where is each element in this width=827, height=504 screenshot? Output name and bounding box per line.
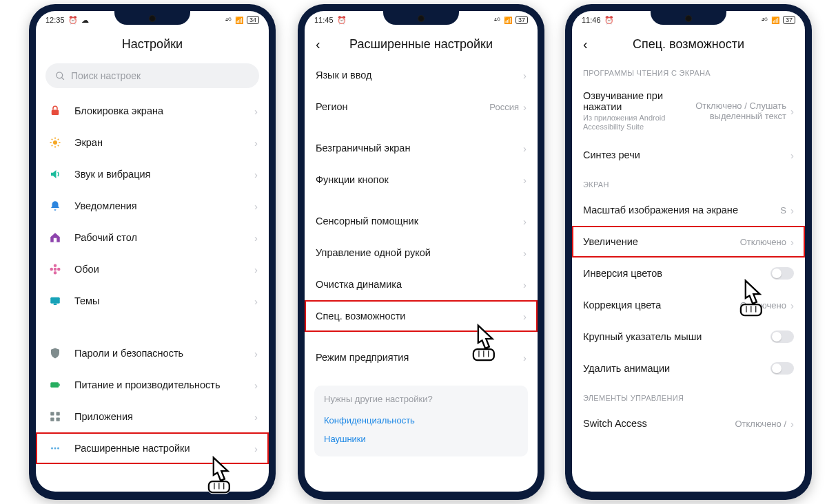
section-header: ПРОГРАММЫ ЧТЕНИЯ С ЭКРАНА [572, 59, 805, 83]
settings-row-apps[interactable]: Приложения› [36, 401, 269, 432]
chevron-right-icon: › [254, 443, 258, 454]
notch [114, 11, 190, 25]
status-time: 11:45 [314, 16, 334, 24]
list-item[interactable]: Удалить анимации [572, 353, 805, 384]
settings-row-sun[interactable]: Экран› [36, 127, 269, 158]
chevron-right-icon: › [254, 137, 258, 149]
row-label: Уведомления [74, 200, 254, 211]
search-input[interactable]: Поиск настроек [45, 63, 259, 88]
chevron-right-icon: › [523, 311, 527, 322]
link-headphones[interactable]: Наушники [324, 430, 518, 448]
row-label: Рабочий стол [74, 232, 254, 243]
battery-indicator: 37 [515, 16, 528, 24]
network-icon: 📶 [771, 17, 779, 24]
list-item[interactable]: Switch AccessОтключено /› [572, 408, 805, 439]
list-item[interactable]: Управление одной рукой› [305, 237, 538, 269]
settings-row-battery[interactable]: Питание и производительность› [36, 369, 269, 401]
svg-rect-2 [54, 238, 57, 242]
settings-row-theme[interactable]: Темы› [36, 285, 269, 317]
screen-3: 11:46 ⏰ ⁴ᴳ 📶 37 ‹ Спец. возможности ПРОГ… [572, 11, 805, 492]
settings-row-lock[interactable]: Блокировка экрана› [36, 95, 269, 127]
row-label: Темы [74, 295, 254, 306]
row-value: Отключено / [735, 419, 786, 429]
bell-icon [47, 200, 63, 212]
signal-icon: ⁴ᴳ [762, 17, 768, 24]
toggle-switch[interactable] [770, 330, 794, 343]
chevron-right-icon: › [523, 279, 527, 291]
row-label: Сенсорный помощник [316, 216, 523, 227]
chevron-right-icon: › [523, 216, 527, 227]
shield-icon [47, 347, 63, 359]
theme-icon [47, 295, 63, 307]
row-label: Масштаб изображения на экране [583, 204, 780, 216]
list-item-cut[interactable]: Язык и ввод › [305, 59, 538, 91]
settings-row-flower[interactable]: Обои› [36, 253, 269, 285]
list-item[interactable]: Озвучивание при нажатииИз приложения And… [572, 83, 805, 139]
row-label: Обои [74, 264, 254, 275]
row-value: Отключено [740, 237, 786, 247]
row-label: Звук и вибрация [74, 169, 254, 180]
list-item[interactable]: Безграничный экран› [305, 132, 538, 164]
page-title: Настройки [36, 29, 269, 59]
row-label: Экран [74, 137, 254, 148]
list-item[interactable]: Сенсорный помощник› [305, 205, 538, 237]
settings-row-bell[interactable]: Уведомления› [36, 190, 269, 222]
page-title: ‹ Расширенные настройки [305, 29, 538, 59]
chevron-right-icon: › [254, 232, 258, 244]
list-item[interactable]: РегионРоссия› [305, 91, 538, 123]
chevron-right-icon: › [254, 295, 258, 307]
back-button[interactable]: ‹ [580, 34, 591, 55]
list-item[interactable]: УвеличениеОтключено› [572, 226, 805, 258]
chevron-right-icon: › [790, 204, 794, 216]
footer-prompt: Нужны другие настройки? [324, 394, 518, 404]
list-item[interactable]: Очистка динамика› [305, 269, 538, 300]
settings-row-sound[interactable]: Звук и вибрация› [36, 158, 269, 190]
screen-1: 12:35 ⏰ ☁ ⁴ᴳ 📶 34 Настройки Поиск настро… [36, 11, 269, 492]
list-item[interactable]: Масштаб изображения на экранеS› [572, 194, 805, 226]
row-label: Блокировка экрана [74, 105, 254, 116]
row-label: Спец. возможности [316, 311, 523, 322]
row-label: Озвучивание при нажатии [583, 90, 690, 112]
toggle-switch[interactable] [770, 267, 794, 280]
link-privacy[interactable]: Конфиденциальность [324, 411, 518, 430]
status-time: 12:35 [45, 16, 65, 24]
row-value: Отключено [740, 300, 786, 311]
chevron-right-icon: › [523, 352, 527, 364]
svg-point-3 [54, 268, 57, 271]
svg-rect-14 [50, 418, 54, 421]
svg-point-5 [54, 271, 57, 275]
row-label: Инверсия цветов [583, 268, 770, 279]
row-value: Отключено / Слушать выделенный текст [690, 101, 786, 121]
chevron-right-icon: › [254, 169, 258, 180]
list-item[interactable]: Функции кнопок› [305, 164, 538, 196]
svg-point-4 [54, 264, 57, 268]
row-label: Увеличение [583, 236, 740, 247]
search-placeholder: Поиск настроек [71, 70, 141, 81]
alarm-icon: ⏰ [337, 16, 347, 25]
svg-point-18 [57, 448, 59, 450]
dots-icon [47, 442, 63, 454]
list-item[interactable]: Инверсия цветов [572, 258, 805, 289]
toggle-switch[interactable] [770, 362, 794, 375]
list-item[interactable]: Крупный указатель мыши [572, 321, 805, 353]
section-header: ЭКРАН [572, 171, 805, 194]
list-item[interactable]: Режим предприятия› [305, 342, 538, 373]
settings-row-home[interactable]: Рабочий стол› [36, 222, 269, 253]
list-item[interactable]: Коррекция цветаОтключено› [572, 289, 805, 321]
list-item[interactable]: Синтез речи› [572, 139, 805, 171]
settings-row-dots[interactable]: Расширенные настройки› [36, 432, 269, 464]
row-label: Удалить анимации [583, 363, 770, 374]
phone-mockup-1: 12:35 ⏰ ☁ ⁴ᴳ 📶 34 Настройки Поиск настро… [29, 4, 276, 500]
row-sublabel: Из приложения Android Accessibility Suit… [583, 114, 690, 132]
settings-row-shield[interactable]: Пароли и безопасность› [36, 337, 269, 369]
back-button[interactable]: ‹ [313, 34, 323, 55]
list-item[interactable]: Спец. возможности› [305, 300, 538, 332]
row-label: Приложения [74, 411, 254, 422]
row-label: Пароли и безопасность [74, 348, 254, 359]
svg-rect-12 [50, 412, 54, 415]
chevron-right-icon: › [790, 236, 794, 248]
row-value: Россия [489, 102, 519, 112]
home-icon [47, 231, 63, 244]
svg-point-7 [57, 268, 61, 271]
chevron-right-icon: › [523, 70, 527, 81]
